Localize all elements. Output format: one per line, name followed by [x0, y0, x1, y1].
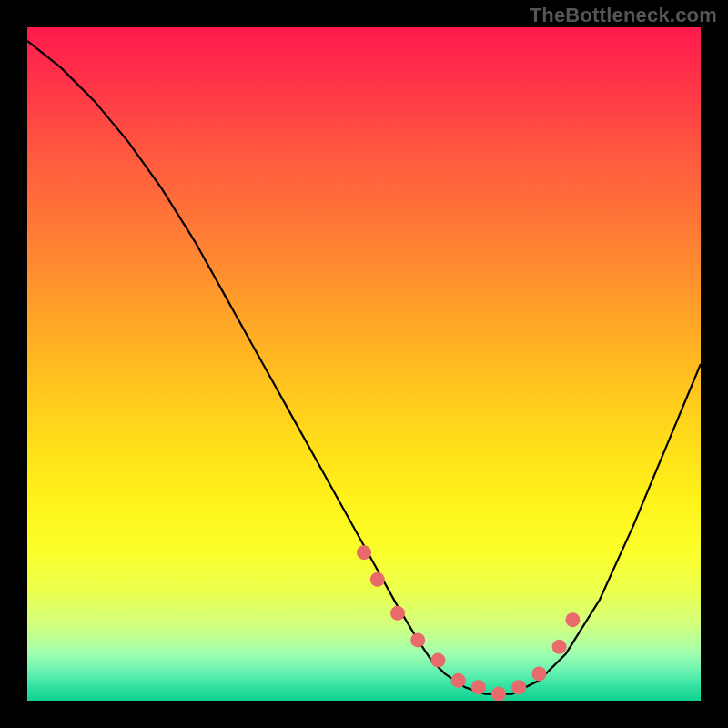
highlight-markers	[357, 545, 580, 701]
curve-line	[27, 41, 701, 694]
highlight-dot	[531, 666, 546, 681]
highlight-dot	[511, 680, 526, 694]
highlight-dot	[370, 572, 385, 587]
highlight-dot	[390, 606, 405, 621]
highlight-dot	[410, 632, 425, 647]
highlight-dot	[451, 673, 466, 688]
highlight-dot	[565, 612, 580, 627]
bottleneck-curve	[27, 41, 701, 694]
highlight-dot	[552, 640, 567, 654]
highlight-dot	[357, 545, 371, 560]
plot-area	[27, 27, 701, 701]
chart-frame: TheBottleneck.com	[0, 0, 728, 728]
highlight-dot	[430, 653, 445, 668]
highlight-dot	[491, 687, 506, 701]
watermark-text: TheBottleneck.com	[530, 4, 717, 27]
highlight-dot	[471, 680, 486, 694]
chart-svg	[27, 27, 701, 701]
